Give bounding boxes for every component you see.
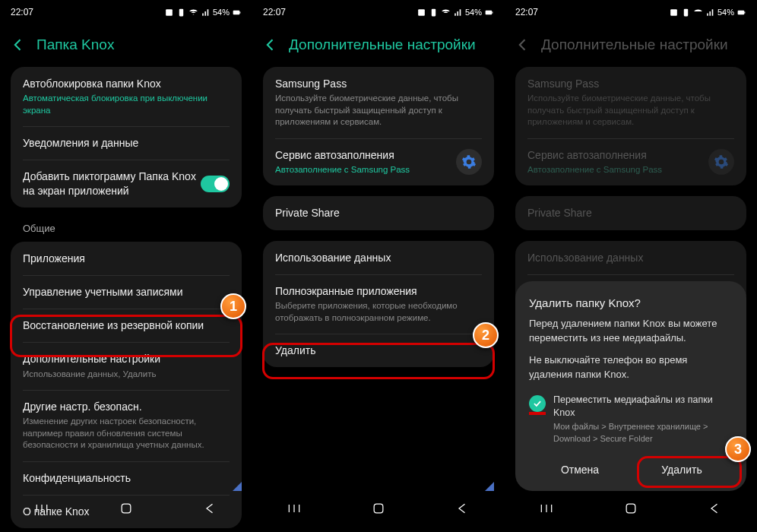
screen-2: 22:07 54% Дополнительные настройки Samsu… (252, 0, 505, 532)
nav-back-icon[interactable] (708, 502, 723, 518)
item-advanced[interactable]: Дополнительные настройки Использование д… (11, 342, 242, 390)
nav-back-icon[interactable] (203, 502, 218, 518)
item-fullscreen-apps[interactable]: Полноэкранные приложения Выберите прилож… (263, 274, 494, 334)
card-private: Private Share (515, 196, 746, 230)
svg-rect-10 (486, 10, 493, 14)
svg-rect-17 (684, 8, 688, 16)
card-pass: Samsung Pass Используйте биометрические … (515, 67, 746, 185)
svg-rect-16 (670, 9, 677, 16)
navbar (0, 494, 252, 526)
item-apps[interactable]: Приложения (11, 242, 242, 275)
back-icon[interactable] (263, 37, 278, 52)
item-accounts[interactable]: Управление учетными записями (11, 275, 242, 309)
dialog-actions: Отмена Удалить (529, 454, 733, 485)
svg-rect-8 (418, 9, 425, 16)
checkbox-checked-icon[interactable] (529, 395, 546, 412)
corner-mark (233, 480, 242, 489)
svg-rect-19 (744, 11, 745, 13)
recent-icon[interactable] (34, 502, 49, 518)
svg-rect-18 (738, 10, 745, 14)
home-icon[interactable] (623, 502, 638, 518)
svg-rect-11 (492, 11, 493, 13)
item-samsung-pass: Samsung Pass Используйте биометрические … (515, 67, 746, 138)
page-title: Папка Knox (36, 36, 114, 53)
nfc-icon (164, 8, 174, 17)
item-notifications[interactable]: Уведомления и данные (11, 126, 242, 160)
card-general: Приложения Управление учетными записями … (11, 242, 242, 528)
statusbar: 22:07 54% (252, 0, 505, 24)
corner-mark (485, 480, 494, 489)
vibrate-icon (176, 8, 186, 17)
home-icon[interactable] (119, 502, 134, 518)
item-delete[interactable]: Удалить (263, 334, 494, 367)
cancel-button[interactable]: Отмена (529, 454, 631, 485)
gear-icon (708, 149, 734, 175)
recent-icon[interactable] (287, 502, 302, 518)
back-icon (515, 37, 531, 52)
header: Дополнительные настройки (252, 24, 505, 67)
item-other-security[interactable]: Другие настр. безопасн. Изменение других… (11, 390, 242, 461)
step-badge-1: 1 (220, 293, 246, 319)
header: Папка Knox (0, 24, 252, 67)
dialog-delete: Удалить папку Knox? Перед удалением папк… (515, 281, 746, 491)
card-private: Private Share (263, 196, 494, 230)
wifi-icon (188, 8, 198, 17)
svg-rect-2 (233, 10, 240, 14)
item-autofill: Сервис автозаполнения Автозаполнение с S… (515, 138, 746, 186)
item-autofill[interactable]: Сервис автозаполнения Автозаполнение с S… (263, 138, 494, 186)
item-privacy[interactable]: Конфиденциальность (11, 461, 242, 495)
status-icons: 54% (164, 8, 242, 17)
check-path: Мои файлы > Внутреннее хранилище > Downl… (553, 421, 733, 445)
confirm-button[interactable]: Удалить (631, 454, 733, 485)
card-pass: Samsung Pass Используйте биометрические … (263, 67, 494, 185)
svg-rect-1 (179, 8, 183, 16)
item-data-usage[interactable]: Использование данных (263, 241, 494, 274)
section-general: Общие (11, 218, 242, 242)
page-title: Дополнительные настройки (541, 36, 728, 53)
battery-icon (232, 8, 242, 17)
step-badge-3: 3 (725, 436, 751, 462)
check-label: Переместить медиафайлы из папки Knox (553, 394, 733, 420)
svg-rect-7 (122, 504, 131, 513)
toggle-icon[interactable] (201, 176, 230, 192)
navbar (252, 494, 505, 526)
svg-rect-9 (432, 8, 436, 16)
dialog-body: Перед удалением папки Knox вы можете пер… (529, 317, 733, 445)
svg-rect-3 (239, 11, 240, 13)
svg-rect-15 (374, 504, 383, 513)
nav-back-icon[interactable] (455, 502, 470, 518)
dialog-title: Удалить папку Knox? (529, 296, 733, 309)
statusbar: 22:07 54% (0, 0, 252, 24)
item-private-share: Private Share (515, 196, 746, 230)
screen-1: 22:07 54% Папка Knox Автоблокировка папк… (0, 0, 252, 532)
statusbar: 22:07 54% (505, 0, 757, 24)
item-data-usage: Использование данных (515, 241, 746, 274)
page-title: Дополнительные настройки (289, 36, 476, 53)
signal-icon (201, 8, 211, 17)
step-badge-2: 2 (473, 322, 499, 348)
underline-mark (529, 412, 546, 415)
navbar (505, 494, 757, 526)
item-private-share[interactable]: Private Share (263, 196, 494, 230)
svg-rect-0 (166, 9, 173, 16)
card-lock: Автоблокировка папки Knox Автоматическая… (11, 67, 242, 207)
item-autolock[interactable]: Автоблокировка папки Knox Автоматическая… (11, 67, 242, 126)
screen-3: 22:07 54% Дополнительные настройки Samsu… (505, 0, 757, 532)
status-time: 22:07 (11, 7, 33, 17)
svg-rect-23 (626, 504, 635, 513)
back-icon[interactable] (11, 37, 26, 52)
card-other: Использование данных Полноэкранные прило… (263, 241, 494, 368)
item-restore[interactable]: Восстановление из резервной копии (11, 309, 242, 342)
item-samsung-pass[interactable]: Samsung Pass Используйте биометрические … (263, 67, 494, 138)
header: Дополнительные настройки (505, 24, 757, 67)
item-add-icon[interactable]: Добавить пиктограмму Папка Knox на экран… (11, 160, 242, 207)
gear-icon[interactable] (456, 149, 482, 175)
recent-icon[interactable] (539, 502, 554, 518)
home-icon[interactable] (371, 502, 386, 518)
